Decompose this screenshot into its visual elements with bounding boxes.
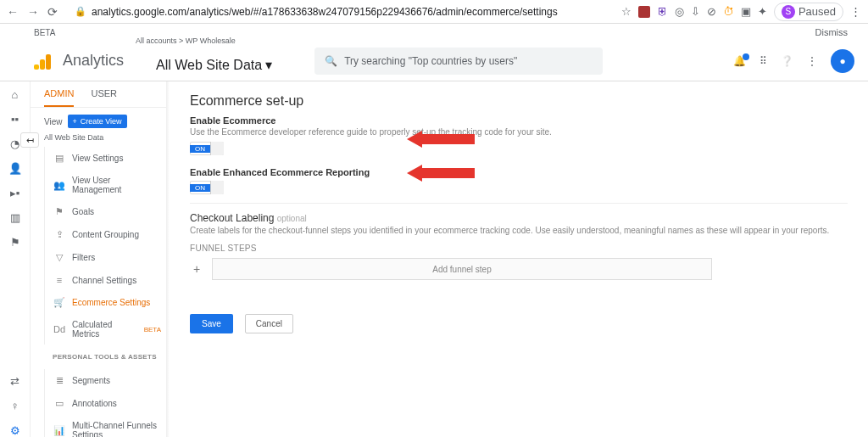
url-text: analytics.google.com/analytics/web/#/a17… <box>92 6 558 18</box>
sidebar-item-icon: 👥 <box>53 180 65 191</box>
attribution-icon[interactable]: ⇄ <box>10 375 19 388</box>
sidebar-item-icon: ⇪ <box>53 229 65 240</box>
realtime-icon[interactable]: ◔ <box>10 137 19 150</box>
sidebar-item[interactable]: ▤View Settings <box>45 147 166 170</box>
forward-icon[interactable]: → <box>27 5 39 19</box>
save-button[interactable]: Save <box>190 314 233 333</box>
enable-ecommerce-toggle[interactable]: ON <box>190 142 224 155</box>
funnel-steps-heading: FUNNEL STEPS <box>190 244 848 253</box>
create-view-button[interactable]: +Create View <box>68 115 127 128</box>
shield-icon[interactable]: ⛨ <box>657 5 668 18</box>
account-avatar[interactable]: ● <box>831 49 854 73</box>
back-button[interactable]: ↤ <box>20 132 39 148</box>
home-icon[interactable]: ⌂ <box>12 88 19 101</box>
kebab-icon[interactable]: ⋮ <box>850 5 861 18</box>
report-icon[interactable]: ▪▪ <box>11 113 19 126</box>
clock-icon[interactable]: ⏱ <box>723 5 734 18</box>
add-step-plus[interactable]: + <box>190 258 203 280</box>
enable-enhanced-heading: Enable Enhanced Ecommerce Reporting <box>190 167 848 177</box>
sidebar-item[interactable]: ≣Segments <box>45 369 166 392</box>
sidebar-item-label: Segments <box>72 376 110 385</box>
behavior-icon[interactable]: ▥ <box>10 211 20 224</box>
download-icon[interactable]: ⇩ <box>691 5 700 18</box>
cancel-button[interactable]: Cancel <box>245 314 293 333</box>
sidebar-item[interactable]: DdCalculated Metrics BETA <box>45 314 166 345</box>
sidebar-item-icon: ▭ <box>53 398 65 409</box>
lock-icon: 🔒 <box>75 6 86 17</box>
sidebar-item[interactable]: 👥View User Management <box>45 170 166 200</box>
sidebar-item-icon: 📊 <box>53 425 65 436</box>
sidebar-item-label: View User Management <box>72 176 161 194</box>
sidebar-item-label: Calculated Metrics <box>72 320 137 339</box>
sidebar-item-icon: ≣ <box>53 375 65 386</box>
search-icon: 🔍 <box>325 55 337 67</box>
star-icon[interactable]: ☆ <box>621 5 632 18</box>
tag-icon[interactable]: ⊘ <box>707 5 716 18</box>
analytics-logo-icon <box>34 53 51 70</box>
search-input[interactable]: 🔍 Try searching "Top countries by users" <box>314 48 603 75</box>
enable-enhanced-toggle[interactable]: ON <box>190 181 224 194</box>
sidebar-item-label: Goals <box>72 207 94 216</box>
box-icon[interactable]: ▣ <box>741 5 751 18</box>
view-selector[interactable]: All Web Site Data <box>44 133 166 142</box>
sidebar-item-icon: ▤ <box>53 153 65 164</box>
sidebar-item[interactable]: ▽Filters <box>45 246 166 269</box>
sidebar-item-label: View Settings <box>72 154 123 163</box>
address-bar[interactable]: 🔒 analytics.google.com/analytics/web/#/a… <box>66 2 613 22</box>
tab-user[interactable]: USER <box>91 88 117 107</box>
plus-icon: + <box>73 117 77 126</box>
notifications-icon[interactable]: 🔔 <box>733 55 746 67</box>
sidebar-item-label: Content Grouping <box>72 230 139 239</box>
reload-icon[interactable]: ⟳ <box>47 5 58 19</box>
enable-ecommerce-heading: Enable Ecommerce <box>190 115 848 126</box>
sidebar-item-icon: Dd <box>53 324 65 334</box>
profile-paused[interactable]: S Paused <box>774 3 843 21</box>
sidebar-item-label: Ecommerce Settings <box>72 298 150 307</box>
apps-icon[interactable]: ⠿ <box>760 55 767 67</box>
sidebar-item[interactable]: ≡Channel Settings <box>45 269 166 291</box>
page-title: Ecommerce set-up <box>190 93 848 109</box>
kebab-icon[interactable]: ⋮ <box>807 55 817 67</box>
extension-icon[interactable] <box>638 6 650 18</box>
sidebar-item-label: Annotations <box>72 399 117 408</box>
chevron-down-icon: ▾ <box>265 58 272 73</box>
sidebar-item[interactable]: ⚑Goals <box>45 200 166 223</box>
sidebar-item-label: Filters <box>72 253 95 262</box>
annotation-arrow-icon <box>407 131 475 148</box>
beta-label: BETA <box>34 28 55 37</box>
checkout-labeling-heading: Checkout Labeling <box>190 212 274 224</box>
sidebar-item-label: Channel Settings <box>72 276 136 285</box>
product-name: Analytics <box>63 52 124 70</box>
back-icon[interactable]: ← <box>7 5 19 19</box>
audience-icon[interactable]: 👤 <box>8 162 22 175</box>
sidebar-item[interactable]: ⇪Content Grouping <box>45 223 166 246</box>
sidebar-item[interactable]: 🛒Ecommerce Settings <box>45 291 166 314</box>
puzzle-icon[interactable]: ✦ <box>758 5 767 18</box>
sidebar-item-icon: ▽ <box>53 252 65 263</box>
acquisition-icon[interactable]: ▸▪ <box>10 187 20 199</box>
help-icon[interactable]: ❔ <box>781 55 793 67</box>
sidebar-item[interactable]: ▭Annotations <box>45 392 166 415</box>
sidebar-item-icon: 🛒 <box>53 297 65 308</box>
view-picker[interactable]: All accounts > WP Wholesale All Web Site… <box>136 37 292 84</box>
conversions-icon[interactable]: ⚑ <box>10 236 20 249</box>
sidebar-item-label: Multi-Channel Funnels Settings <box>72 421 161 437</box>
circle-icon[interactable]: ◎ <box>675 5 684 18</box>
tab-admin[interactable]: ADMIN <box>44 88 74 107</box>
admin-gear-icon[interactable]: ⚙ <box>10 424 20 437</box>
sidebar-item[interactable]: 📊Multi-Channel Funnels Settings <box>45 415 166 437</box>
section-header: PERSONAL TOOLS & ASSETS <box>44 345 166 366</box>
dismiss-link[interactable]: Dismiss <box>815 27 849 37</box>
sidebar-item-icon: ≡ <box>53 275 65 285</box>
add-funnel-step-button[interactable]: Add funnel step <box>212 258 712 280</box>
annotation-arrow-icon <box>407 165 475 182</box>
sidebar-item-icon: ⚑ <box>53 206 65 217</box>
discover-icon[interactable]: ♀ <box>11 400 19 412</box>
